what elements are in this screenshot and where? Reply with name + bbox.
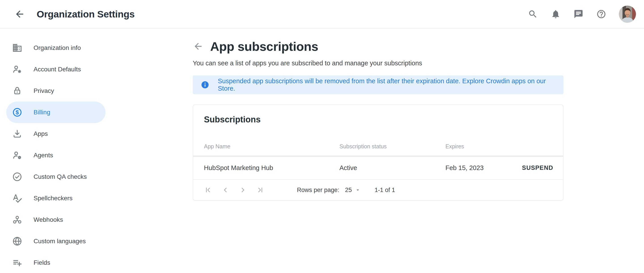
svg-text:$: $ xyxy=(16,109,19,115)
first-page-button[interactable] xyxy=(204,185,212,195)
cell-status: Active xyxy=(340,164,446,172)
chevron-left-icon xyxy=(222,186,229,194)
column-subscription-status: Subscription status xyxy=(340,143,446,150)
sidebar-item-webhooks[interactable]: Webhooks xyxy=(6,209,106,230)
help-icon xyxy=(596,9,606,19)
sidebar-item-label: Organization info xyxy=(34,44,81,52)
page-back-button[interactable] xyxy=(193,41,204,52)
messages-button[interactable] xyxy=(573,9,584,19)
sidebar-item-label: Billing xyxy=(34,109,50,116)
rows-per-page-value[interactable]: 25 xyxy=(345,187,352,194)
page-title: App subscriptions xyxy=(210,39,318,54)
notifications-icon xyxy=(551,9,560,19)
notifications-button[interactable] xyxy=(550,9,561,19)
pagination-range: 1-1 of 1 xyxy=(374,187,395,194)
sidebar-item-label: Account Defaults xyxy=(34,66,81,73)
sidebar-item-label: Apps xyxy=(34,130,48,137)
back-button[interactable] xyxy=(14,8,26,20)
check-circle-icon xyxy=(12,172,22,182)
sidebar-item-fields[interactable]: Fields xyxy=(6,252,106,273)
card-title: Subscriptions xyxy=(204,115,552,124)
sidebar-item-label: Custom QA checks xyxy=(34,173,87,180)
first-page-icon xyxy=(204,186,212,194)
cell-expires: Feb 15, 2023 xyxy=(446,164,522,172)
globe-icon xyxy=(12,236,22,246)
last-page-button[interactable] xyxy=(256,185,264,195)
sidebar-item-label: Webhooks xyxy=(34,216,63,223)
subscriptions-card: Subscriptions App Name Subscription stat… xyxy=(193,105,564,201)
person-cube-icon xyxy=(12,150,22,160)
pagination: Rows per page: 25 1-1 of 1 xyxy=(193,180,563,200)
settings-sidebar: Organization info Account Defaults xyxy=(0,29,107,272)
alert-text[interactable]: Suspended app subscriptions will be remo… xyxy=(218,77,556,92)
help-button[interactable] xyxy=(596,9,606,19)
arrow-back-icon xyxy=(193,41,203,52)
sidebar-item-billing[interactable]: $ Billing xyxy=(6,102,106,123)
sidebar-item-spellcheckers[interactable]: Spellcheckers xyxy=(6,187,106,209)
previous-page-button[interactable] xyxy=(222,185,230,195)
arrow-back-icon xyxy=(14,9,25,20)
sidebar-item-custom-languages[interactable]: Custom languages xyxy=(6,230,106,252)
app-title: Organization Settings xyxy=(37,9,134,20)
search-icon xyxy=(528,9,538,19)
download-icon xyxy=(12,129,22,139)
page-header: App subscriptions xyxy=(193,38,564,55)
sidebar-item-label: Spellcheckers xyxy=(34,195,72,202)
sidebar-item-agents[interactable]: Agents xyxy=(6,145,106,166)
chevron-right-icon xyxy=(239,186,247,194)
chat-icon xyxy=(574,9,584,19)
page-subtitle: You can see a list of apps you are subsc… xyxy=(193,60,564,67)
sidebar-item-label: Privacy xyxy=(34,87,54,94)
sidebar-item-account-defaults[interactable]: Account Defaults xyxy=(6,59,106,80)
avatar-photo xyxy=(619,6,636,23)
table-row: HubSpot Marketing Hub Active Feb 15, 202… xyxy=(193,156,563,179)
lock-icon xyxy=(12,86,22,96)
info-icon xyxy=(201,81,209,89)
sidebar-item-privacy[interactable]: Privacy xyxy=(6,80,106,102)
column-app-name: App Name xyxy=(204,143,340,150)
topbar-actions xyxy=(528,6,636,23)
rows-per-page-label: Rows per page: xyxy=(297,187,339,194)
table-header: App Name Subscription status Expires xyxy=(193,137,563,156)
building-icon xyxy=(12,43,22,53)
person-gear-icon xyxy=(12,64,22,75)
sidebar-item-label: Agents xyxy=(34,152,53,159)
sidebar-item-apps[interactable]: Apps xyxy=(6,123,106,145)
dollar-circle-icon: $ xyxy=(12,107,22,117)
search-button[interactable] xyxy=(528,9,538,19)
sidebar-item-custom-qa-checks[interactable]: Custom QA checks xyxy=(6,166,106,187)
webhook-icon xyxy=(12,215,22,225)
sidebar-item-label: Custom languages xyxy=(34,238,86,245)
playlist-add-icon xyxy=(12,257,22,268)
chevron-down-icon[interactable] xyxy=(355,187,361,193)
sidebar-item-organization-info[interactable]: Organization info xyxy=(6,37,106,59)
suspend-button[interactable]: SUSPEND xyxy=(522,164,553,171)
spellcheck-icon xyxy=(12,193,22,203)
sidebar-item-label: Fields xyxy=(34,259,50,266)
next-page-button[interactable] xyxy=(239,185,247,195)
cell-app-name: HubSpot Marketing Hub xyxy=(204,164,340,172)
main-content: App subscriptions You can see a list of … xyxy=(107,29,644,272)
user-avatar[interactable] xyxy=(619,6,636,23)
info-alert: Suspended app subscriptions will be remo… xyxy=(193,75,564,94)
column-expires: Expires xyxy=(446,143,553,150)
top-bar: Organization Settings xyxy=(0,0,644,29)
last-page-icon xyxy=(256,186,264,194)
